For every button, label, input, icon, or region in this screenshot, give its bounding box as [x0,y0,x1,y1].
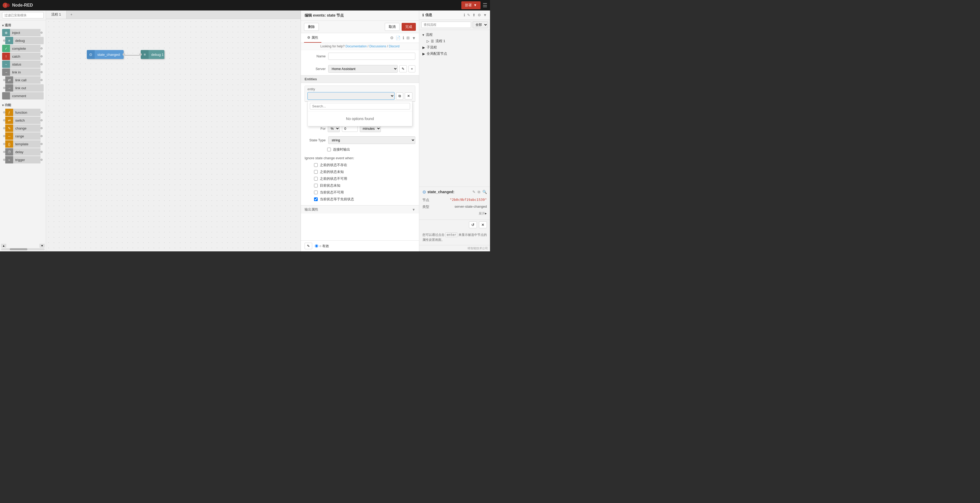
node-debug[interactable]: ≡ debug [2,37,44,44]
node-info-link-icon[interactable]: ⧉ [478,190,480,194]
server-add-btn[interactable]: + [409,65,415,72]
flow-node-debug1[interactable]: ≡ debug 1 [141,50,164,59]
node-list: ▾ 通用 ⊕ inject ≡ debug ✓ com [0,20,46,243]
topbar-left: Node-RED [3,2,33,9]
canvas-grid[interactable]: ⊙ state_changed: ≡ debug 1 [46,19,301,251]
category-function-title[interactable]: ▾ 功能 [2,102,44,108]
node-info-search-icon[interactable]: 🔍 [482,190,487,194]
ignore-checkbox-1[interactable] [314,170,318,174]
done-button[interactable]: 完成 [402,23,416,31]
ignore-checkbox-2[interactable] [314,177,318,180]
tab-properties[interactable]: ⚙ 属性 [304,33,321,43]
scroll-up-btn[interactable]: ▲ [1,244,6,248]
node-comment[interactable]: comment [2,92,44,99]
node-delay[interactable]: ⏱ delay [2,148,44,156]
tab-icon-settings[interactable]: ⚙ [390,35,393,40]
for-label: For [305,126,326,131]
node-info-row-type: 类型 server-state-changed [422,203,487,210]
category-common-title[interactable]: ▾ 通用 [2,22,44,29]
server-edit-btn[interactable]: ✎ [399,65,407,72]
node-inject[interactable]: ⊕ inject [2,29,44,36]
tree-flow1[interactable]: ▷ ☰ 流程 1 [426,38,487,44]
tab-icon-info[interactable]: ℹ [402,35,404,40]
dropdown-search-input[interactable] [310,103,410,110]
flow-node-state-changed[interactable]: ⊙ state_changed: [87,50,124,59]
help-link-discord[interactable]: Discord [389,45,399,48]
node-type-key: 类型 [422,204,429,209]
delete-button[interactable]: 删除 [304,23,319,31]
entity-remove-btn[interactable]: ✕ [405,93,412,99]
node-link-call[interactable]: ⇄ link call [2,76,44,84]
name-input[interactable] [328,53,415,60]
right-tree: ▾ 流程 ▷ ☰ 流程 1 ▶ 子流程 ▶ 全局配置节点 [419,30,490,187]
node-link-call-port-right [40,79,43,81]
node-link-in[interactable]: → link in [2,69,44,76]
node-template-label: template [13,140,40,148]
server-select[interactable]: Home Assistant [328,65,398,73]
scroll-down-btn[interactable]: ▼ [40,244,45,248]
name-input-container [328,53,415,60]
valid-radio-label: ○ 有效 [319,244,329,249]
deploy-button[interactable]: 部署 ▼ [461,1,480,9]
node-info-edit-icon[interactable]: ✎ [473,190,476,194]
tree-subflows[interactable]: ▶ 子流程 [422,44,487,51]
state-changed-port-right [123,53,125,56]
entity-select[interactable] [307,92,395,100]
tree-flows[interactable]: ▾ 流程 [422,32,487,38]
cancel-button[interactable]: 取消 [385,23,399,31]
node-template-icon: {} [5,140,13,148]
ignore-checkbox-3[interactable] [314,184,318,187]
tree-global-config[interactable]: ▶ 全局配置节点 [422,51,487,57]
output-connect-checkbox[interactable] [327,148,331,151]
ignore-row-3: 目前状态未知 [301,182,419,189]
ignore-checkbox-0[interactable] [314,163,318,167]
right-search-input[interactable] [422,22,471,28]
hamburger-menu-icon[interactable]: ☰ [483,2,487,8]
node-complete[interactable]: ✓ complete [2,45,44,52]
node-catch[interactable]: ! catch [2,53,44,60]
node-template[interactable]: {} template [2,140,44,148]
expand-link[interactable]: 展开 [479,211,485,216]
ignore-checkbox-5[interactable] [314,197,318,201]
state-type-row: State Type string [301,134,419,146]
canvas-tab-flow1[interactable]: 流程 1 [46,11,67,19]
tab-icon-grid[interactable]: ⊞ [406,35,410,40]
entity-copy-btn[interactable]: ⧉ [396,93,403,100]
tab-icon-close[interactable]: ▼ [412,36,416,40]
subflows-arrow: ▶ [422,46,425,50]
valid-radio[interactable] [315,244,318,248]
header-icon-settings[interactable]: ⚙ [478,13,481,17]
ignore-checkbox-4[interactable] [314,190,318,194]
dropdown-search [308,101,412,111]
refresh-btn[interactable]: ↺ [469,221,477,228]
help-link-docs[interactable]: Documentation [345,45,367,48]
node-link-out[interactable]: → link out [2,84,44,92]
ignore-row-4: 当前状态不可用 [301,189,419,196]
node-status[interactable]: ~ status [2,61,44,68]
node-function[interactable]: ƒ function [2,109,44,116]
canvas-tab-add[interactable]: ＋ [67,11,76,19]
search-input[interactable] [2,12,44,18]
node-change[interactable]: ✎ change [2,125,44,132]
node-switch[interactable]: ⇌ switch [2,117,44,124]
edit-footer-btn-edit[interactable]: ✎ [305,243,312,249]
header-icon-3[interactable]: ⬆ [473,13,476,17]
help-link-discussions[interactable]: Discussions [369,45,386,48]
name-field: Name [301,50,419,62]
node-trigger[interactable]: ⌁ trigger [2,156,44,163]
state-type-select[interactable]: string [328,136,415,144]
output-attr-scroll-btn[interactable]: ▼ [412,208,415,212]
header-icon-1[interactable]: ℹ [464,13,465,17]
entity-select-row: ⧉ ✕ [307,92,412,100]
node-range[interactable]: ↔ range [2,133,44,140]
tab-icon-book[interactable]: 📄 [396,35,401,40]
right-search-filter[interactable]: 全部 [473,21,488,28]
close-btn[interactable]: ✕ [479,221,487,228]
node-delay-label: delay [13,148,40,156]
node-trigger-port-right [40,159,43,161]
canvas-area: 流程 1 ＋ ⊙ state_changed: ≡ debug 1 [46,11,301,251]
node-link-call-port-left [3,79,5,81]
header-icon-2[interactable]: ✎ [467,13,470,17]
global-config-arrow: ▶ [422,52,425,56]
header-icon-arrow[interactable]: ▼ [483,13,487,17]
